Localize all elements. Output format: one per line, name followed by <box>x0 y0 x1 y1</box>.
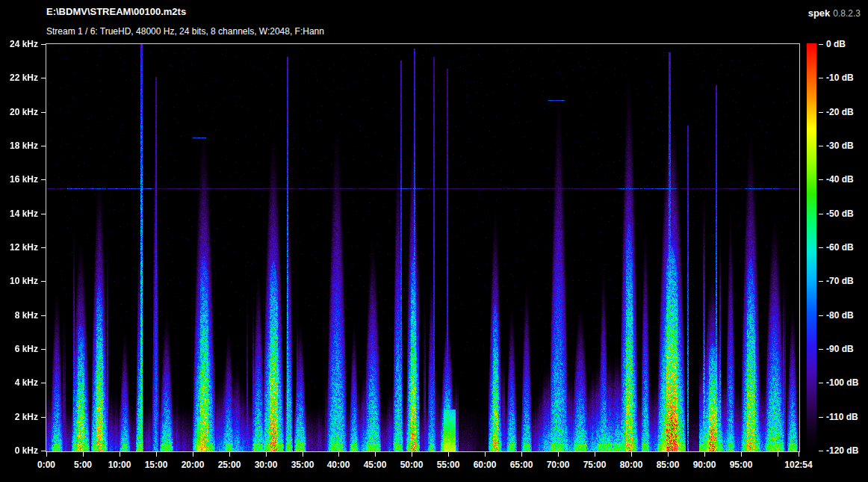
freq-tick-label: 14 kHz <box>0 208 38 219</box>
freq-tick <box>41 281 46 282</box>
db-tick <box>819 349 823 350</box>
db-tick <box>819 315 823 316</box>
spectrogram-canvas <box>46 44 799 451</box>
freq-tick <box>41 146 46 146</box>
time-tick <box>595 452 595 457</box>
time-tick <box>412 452 412 457</box>
freq-tick <box>41 247 46 248</box>
time-tick-label: 95:00 <box>719 460 763 470</box>
spek-window: E:\BDMV\STREAM\00100.m2ts spek0.8.2.3 St… <box>0 0 868 482</box>
db-tick <box>819 179 823 180</box>
time-tick <box>229 452 230 457</box>
stream-info: Stream 1 / 6: TrueHD, 48000 Hz, 24 bits,… <box>46 26 324 37</box>
db-tick <box>819 281 823 282</box>
freq-tick-label: 16 kHz <box>0 174 38 185</box>
time-tick <box>631 452 632 457</box>
db-tick <box>819 146 823 146</box>
freq-tick <box>41 78 46 78</box>
freq-tick <box>41 349 46 350</box>
db-tick-label: -70 dB <box>826 276 868 286</box>
file-path-title: E:\BDMV\STREAM\00100.m2ts <box>46 6 186 17</box>
time-tick <box>375 452 376 457</box>
db-tick <box>819 214 823 214</box>
app-name: spek <box>808 7 831 19</box>
time-tick <box>338 452 339 457</box>
time-tick <box>799 452 799 457</box>
time-tick <box>448 452 449 457</box>
db-tick-label: -60 dB <box>826 242 868 253</box>
time-tick <box>704 452 705 457</box>
freq-tick <box>41 44 46 45</box>
freq-tick-label: 2 kHz <box>0 412 38 422</box>
db-tick-label: -100 dB <box>826 377 868 388</box>
freq-tick-label: 6 kHz <box>0 344 38 354</box>
time-tick <box>46 452 47 457</box>
db-tick-label: -110 dB <box>826 412 868 422</box>
freq-tick <box>41 417 46 418</box>
freq-tick-label: 22 kHz <box>0 72 38 83</box>
time-tick <box>156 452 157 457</box>
db-gradient-bar <box>807 43 816 451</box>
db-tick-label: -30 dB <box>826 140 868 151</box>
freq-tick <box>41 214 46 214</box>
freq-tick-label: 0 kHz <box>0 445 38 456</box>
freq-tick-label: 10 kHz <box>0 276 38 286</box>
time-tick <box>668 452 669 457</box>
time-tick <box>521 452 522 457</box>
db-tick-label: 0 dB <box>826 39 868 49</box>
time-tick <box>303 452 303 457</box>
db-tick <box>819 78 823 78</box>
freq-tick-label: 8 kHz <box>0 310 38 321</box>
db-tick <box>819 383 823 383</box>
time-tick <box>741 452 742 457</box>
db-tick <box>819 112 823 113</box>
db-tick-label: -40 dB <box>826 174 868 185</box>
freq-tick-label: 20 kHz <box>0 107 38 117</box>
db-tick-label: -120 dB <box>826 445 868 456</box>
time-tick <box>83 452 84 457</box>
freq-tick-label: 4 kHz <box>0 377 38 388</box>
time-tick <box>558 452 559 457</box>
db-tick <box>819 417 823 418</box>
time-tick <box>266 452 267 457</box>
db-tick <box>819 44 823 45</box>
freq-tick <box>41 383 46 383</box>
freq-tick <box>41 451 46 451</box>
app-version: 0.8.2.3 <box>833 8 861 19</box>
time-tick <box>778 452 778 457</box>
db-tick-label: -10 dB <box>826 72 868 83</box>
freq-tick <box>41 315 46 316</box>
time-tick-label: 102:54 <box>776 460 821 470</box>
db-tick <box>819 451 823 451</box>
freq-tick <box>41 179 46 180</box>
time-tick <box>120 452 120 457</box>
spectrogram-plot <box>46 43 800 452</box>
db-tick <box>819 247 823 248</box>
time-tick <box>485 452 486 457</box>
freq-tick-label: 18 kHz <box>0 140 38 151</box>
time-tick <box>193 452 193 457</box>
db-tick-label: -90 dB <box>826 344 868 354</box>
freq-tick <box>41 112 46 113</box>
db-tick-label: -50 dB <box>826 208 868 219</box>
db-tick-label: -80 dB <box>826 310 868 321</box>
db-tick-label: -20 dB <box>826 107 868 117</box>
freq-tick-label: 24 kHz <box>0 39 38 49</box>
app-brand: spek0.8.2.3 <box>808 6 861 19</box>
freq-tick-label: 12 kHz <box>0 242 38 253</box>
